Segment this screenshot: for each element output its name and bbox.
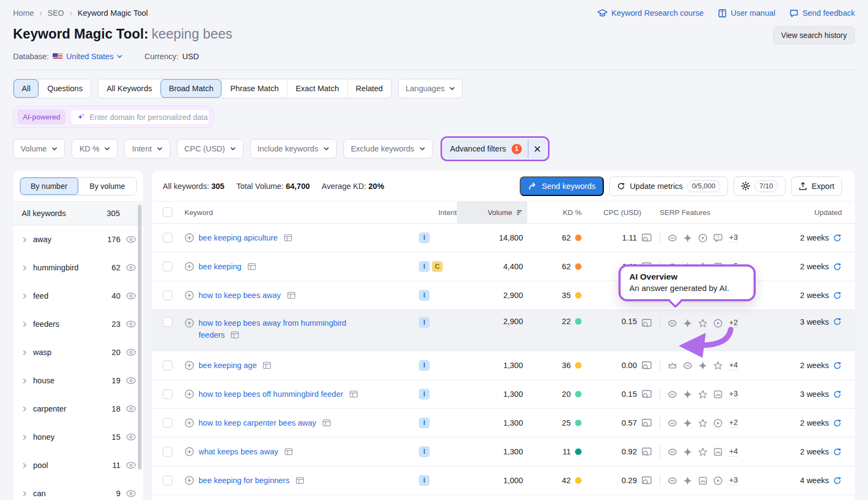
refresh-icon[interactable] — [833, 476, 842, 485]
add-keyword-icon[interactable] — [184, 389, 194, 399]
row-checkbox[interactable] — [163, 233, 173, 243]
eye-icon[interactable] — [126, 377, 136, 384]
keyword-link[interactable]: bee keeping — [199, 261, 256, 273]
keyword-link[interactable]: bee keeping for beginners — [199, 474, 304, 486]
serp-more-features[interactable]: +3 — [729, 476, 738, 485]
table-row[interactable]: bee keeping age I 1,300 36 0.00 +4 2 wee… — [152, 351, 855, 380]
sidebar-group-feeders[interactable]: feeders 23 — [13, 310, 143, 338]
sidebar-toggle-by-number[interactable]: By number — [20, 178, 78, 195]
tab-broad-match[interactable]: Broad Match — [160, 79, 221, 98]
column-header-intent[interactable]: Intent — [419, 201, 457, 223]
breadcrumb-home[interactable]: Home — [13, 9, 34, 17]
row-checkbox[interactable] — [163, 447, 173, 457]
sitelinks-icon[interactable] — [667, 389, 678, 400]
row-checkbox[interactable] — [163, 418, 173, 428]
eye-icon[interactable] — [126, 405, 136, 413]
table-row[interactable]: how to keep bees away from hummingbird f… — [152, 310, 855, 351]
serp-preview-icon[interactable] — [641, 476, 653, 486]
keyword-link[interactable]: what keeps bees away — [199, 446, 293, 458]
filter-dropdown-kd-[interactable]: KD % — [72, 139, 118, 159]
update-metrics-button[interactable]: Update metrics 0/5,000 — [609, 176, 728, 196]
user-manual-link[interactable]: User manual — [718, 9, 775, 18]
add-keyword-icon[interactable] — [184, 290, 194, 300]
table-row[interactable]: bee keeping apiculture I 14,800 62 1.11 … — [152, 224, 855, 252]
row-checkbox[interactable] — [163, 290, 173, 300]
row-checkbox[interactable] — [163, 262, 173, 271]
row-checkbox[interactable] — [163, 317, 173, 327]
domain-input[interactable]: Enter domain for personalized data — [71, 109, 209, 125]
column-header-volume[interactable]: Volume — [457, 201, 527, 223]
sidebar-scrollbar-thumb[interactable] — [138, 205, 142, 470]
clear-advanced-filters-button[interactable] — [528, 139, 547, 159]
image-icon[interactable] — [698, 476, 708, 486]
eye-icon[interactable] — [126, 433, 136, 441]
serp-more-features[interactable]: +4 — [729, 360, 738, 370]
star-icon[interactable] — [698, 389, 708, 400]
refresh-icon[interactable] — [833, 291, 842, 300]
row-checkbox[interactable] — [163, 389, 173, 399]
video-icon[interactable] — [698, 233, 708, 243]
tab-phrase-match[interactable]: Phrase Match — [221, 79, 286, 98]
serp-more-features[interactable]: +3 — [729, 389, 738, 399]
ai-overview-icon[interactable] — [698, 360, 708, 371]
send-keywords-button[interactable]: Send keywords — [520, 176, 604, 196]
sidebar-all-keywords-row[interactable]: All keywords 305 — [13, 201, 143, 225]
row-checkbox[interactable] — [163, 476, 173, 485]
add-keyword-icon[interactable] — [184, 418, 194, 428]
serp-snapshot-icon[interactable] — [231, 331, 239, 339]
add-keyword-icon[interactable] — [184, 233, 194, 243]
refresh-icon[interactable] — [833, 233, 842, 243]
sitelinks-icon[interactable] — [667, 447, 678, 457]
tab-related[interactable]: Related — [347, 79, 391, 98]
column-header-keyword[interactable]: Keyword — [184, 201, 419, 223]
sidebar-group-house[interactable]: house 19 — [13, 366, 143, 395]
keyword-link[interactable]: how to keep carpenter bees away — [199, 417, 331, 429]
serp-snapshot-icon[interactable] — [284, 234, 292, 242]
keyword-link[interactable]: how to keep bees off hummingbird feeder — [199, 388, 358, 400]
serp-preview-icon[interactable] — [641, 418, 653, 428]
refresh-icon[interactable] — [833, 317, 842, 326]
keyword-link[interactable]: how to keep bees away from hummingbird f… — [199, 317, 361, 341]
keyword-link[interactable]: bee keeping apiculture — [199, 232, 292, 244]
table-row[interactable]: bee keeping for beginners I 1,000 42 0.2… — [152, 466, 855, 495]
serp-preview-icon[interactable] — [641, 447, 653, 457]
tab-exact-match[interactable]: Exact Match — [287, 79, 347, 98]
tab-all-keywords[interactable]: All Keywords — [98, 79, 160, 98]
eye-icon[interactable] — [126, 490, 136, 497]
row-checkbox[interactable] — [163, 360, 173, 370]
faq-icon[interactable]: ? — [713, 233, 723, 243]
star-icon[interactable] — [713, 360, 723, 371]
eye-icon[interactable] — [126, 292, 136, 300]
sidebar-group-carpenter[interactable]: carpenter 18 — [13, 395, 143, 423]
serp-snapshot-icon[interactable] — [296, 477, 304, 484]
serp-snapshot-icon[interactable] — [263, 362, 271, 369]
add-keyword-icon[interactable] — [184, 360, 194, 370]
serp-preview-icon[interactable] — [641, 360, 653, 371]
image-icon[interactable] — [713, 447, 723, 457]
table-row[interactable]: how to keep bees off hummingbird feeder … — [152, 380, 855, 409]
table-row[interactable]: what keeps bees away I 1,300 11 0.92 +4 … — [152, 438, 855, 466]
eye-icon[interactable] — [126, 320, 136, 328]
serp-more-features[interactable]: +4 — [729, 447, 738, 457]
settings-button[interactable]: 7/10 — [733, 176, 786, 196]
filter-dropdown-volume[interactable]: Volume — [13, 139, 65, 159]
tab-all[interactable]: All — [14, 79, 39, 98]
advanced-filters-button[interactable]: Advanced filters 1 — [443, 139, 547, 159]
ai-overview-icon[interactable] — [682, 476, 693, 486]
send-feedback-link[interactable]: Send feedback — [789, 9, 855, 18]
serp-snapshot-icon[interactable] — [349, 390, 358, 398]
sidebar-group-can[interactable]: can 9 — [13, 479, 143, 500]
sidebar-group-hummingbird[interactable]: hummingbird 62 — [13, 254, 143, 282]
eye-icon[interactable] — [126, 349, 136, 356]
add-keyword-icon[interactable] — [184, 262, 194, 271]
column-header-serp-features[interactable]: SERP Features — [641, 201, 777, 223]
keyword-research-course-link[interactable]: Keyword Research course — [597, 9, 704, 18]
languages-dropdown[interactable]: Languages — [398, 79, 463, 98]
ai-overview-icon[interactable] — [682, 447, 693, 457]
sidebar-group-wasp[interactable]: wasp 20 — [13, 338, 143, 366]
sitelinks-icon[interactable] — [667, 418, 678, 428]
add-keyword-icon[interactable] — [184, 318, 194, 328]
tab-questions[interactable]: Questions — [39, 79, 91, 98]
sidebar-group-honey[interactable]: honey 15 — [13, 423, 143, 451]
export-button[interactable]: Export — [791, 176, 842, 196]
